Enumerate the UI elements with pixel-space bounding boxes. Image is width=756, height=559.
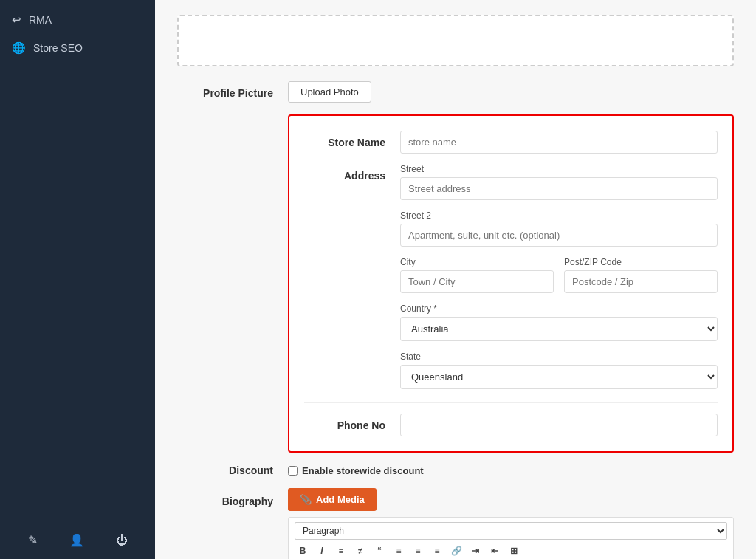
- zip-field-group: Post/ZIP Code: [564, 257, 718, 293]
- content-area: Profile Picture Upload Photo Store Name …: [155, 0, 756, 559]
- align-right-button[interactable]: ≡: [429, 543, 445, 559]
- sidebar-item-rma-label: RMA: [29, 14, 52, 26]
- biography-content: 📎 Add Media Paragraph Heading 1 Heading …: [288, 488, 734, 559]
- rma-icon: ↩: [12, 13, 21, 27]
- city-zip-row: City Post/ZIP Code: [400, 257, 718, 303]
- store-name-input[interactable]: [400, 131, 718, 154]
- phone-input-wrapper: [400, 414, 718, 436]
- biography-label: Biography: [177, 488, 288, 507]
- store-details-section: Store Name Address Street: [288, 114, 734, 453]
- indent-button[interactable]: ⇥: [467, 543, 484, 559]
- phone-row: Phone No: [304, 402, 718, 436]
- state-field-group: State Queensland New South Wales Victori…: [400, 351, 718, 389]
- main-content: Profile Picture Upload Photo Store Name …: [155, 0, 756, 559]
- globe-icon: 🌐: [12, 41, 26, 55]
- add-media-button[interactable]: 📎 Add Media: [288, 488, 377, 511]
- power-icon[interactable]: ⏻: [113, 531, 131, 550]
- discount-checkbox-group: Enable storewide discount: [288, 465, 424, 476]
- sidebar-item-rma[interactable]: ↩ RMA: [0, 6, 155, 34]
- discount-checkbox-label: Enable storewide discount: [302, 465, 424, 476]
- phone-input[interactable]: [400, 414, 718, 436]
- address-fields: Street Street 2 City: [400, 164, 718, 399]
- profile-picture-label: Profile Picture: [177, 81, 288, 99]
- street-field-group: Street: [400, 164, 718, 200]
- paragraph-select[interactable]: Paragraph Heading 1 Heading 2: [295, 522, 727, 540]
- discount-row: Discount Enable storewide discount: [177, 464, 734, 476]
- city-label: City: [400, 257, 554, 267]
- sidebar-menu: ↩ RMA 🌐 Store SEO: [0, 0, 155, 521]
- country-label: Country *: [400, 303, 718, 314]
- street2-input[interactable]: [400, 224, 718, 247]
- street2-field-group: Street 2: [400, 210, 718, 247]
- profile-picture-row: Profile Picture Upload Photo: [177, 81, 734, 103]
- zip-input[interactable]: [564, 270, 718, 293]
- address-label: Address: [304, 164, 400, 182]
- phone-label: Phone No: [304, 419, 400, 431]
- table-button[interactable]: ⊞: [506, 543, 522, 559]
- state-select[interactable]: Queensland New South Wales Victoria West…: [400, 365, 718, 389]
- unordered-list-button[interactable]: ≠: [352, 543, 368, 559]
- sidebar: ↩ RMA 🌐 Store SEO ✎ 👤 ⏻: [0, 0, 155, 559]
- editor-toolbar: Paragraph Heading 1 Heading 2 B I ≡ ≠ “ …: [289, 518, 733, 559]
- city-field-group: City: [400, 257, 554, 293]
- sidebar-item-store-seo[interactable]: 🌐 Store SEO: [0, 34, 155, 62]
- store-name-field-wrapper: [400, 131, 718, 154]
- street-label: Street: [400, 164, 718, 174]
- store-name-row: Store Name: [304, 131, 718, 154]
- edit-icon[interactable]: ✎: [25, 530, 41, 550]
- address-section: Address Street Street 2: [304, 164, 718, 399]
- street-input[interactable]: [400, 177, 718, 200]
- bold-button[interactable]: B: [295, 543, 311, 559]
- store-name-label: Store Name: [304, 137, 400, 148]
- link-button[interactable]: 🔗: [448, 543, 464, 559]
- sidebar-bottom: ✎ 👤 ⏻: [0, 521, 155, 559]
- user-icon[interactable]: 👤: [66, 530, 87, 550]
- discount-checkbox[interactable]: [288, 466, 298, 476]
- upload-photo-button[interactable]: Upload Photo: [288, 81, 371, 103]
- biography-editor: Paragraph Heading 1 Heading 2 B I ≡ ≠ “ …: [288, 517, 734, 559]
- upload-placeholder: [177, 15, 734, 66]
- street2-label: Street 2: [400, 210, 718, 221]
- country-field-group: Country * Australia United States United…: [400, 303, 718, 341]
- state-label: State: [400, 351, 718, 362]
- italic-button[interactable]: I: [314, 543, 330, 559]
- quote-button[interactable]: “: [371, 543, 388, 559]
- add-media-icon: 📎: [300, 494, 312, 505]
- zip-label: Post/ZIP Code: [564, 257, 718, 267]
- align-left-button[interactable]: ≡: [391, 543, 407, 559]
- unindent-button[interactable]: ⇤: [487, 543, 503, 559]
- city-input[interactable]: [400, 270, 554, 293]
- sidebar-item-store-seo-label: Store SEO: [33, 42, 83, 54]
- align-center-button[interactable]: ≡: [410, 543, 426, 559]
- biography-row: Biography 📎 Add Media Paragraph Heading …: [177, 488, 734, 559]
- country-select[interactable]: Australia United States United Kingdom C…: [400, 317, 718, 341]
- discount-label: Discount: [177, 464, 288, 476]
- ordered-list-button[interactable]: ≡: [333, 543, 349, 559]
